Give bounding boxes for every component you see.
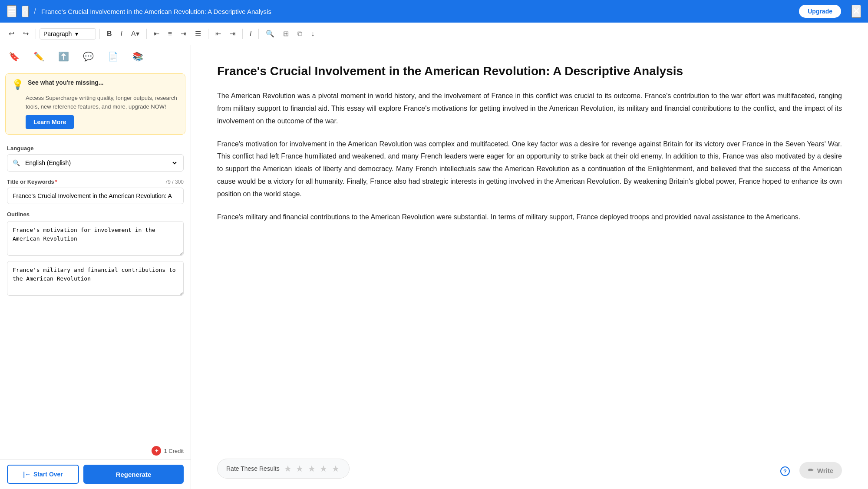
toolbar-separator-2 <box>99 29 100 39</box>
sidebar-bottom-buttons: |← Start Over Regenerate <box>0 459 191 489</box>
title-counter: 79 / 300 <box>165 179 184 185</box>
outlines-label: Outlines <box>7 211 184 218</box>
paragraph-3: France's military and financial contribu… <box>217 211 842 224</box>
help-button[interactable]: ? <box>780 466 790 476</box>
main-layout: 🔖 ✏️ ⬆️ 💬 📄 📚 💡 See what you're missing.… <box>0 45 868 489</box>
paragraph-1: The American Revolution was a pivotal mo… <box>217 90 842 127</box>
credit-icon: ✦ <box>152 446 161 456</box>
language-dropdown[interactable]: English (English) <box>23 159 178 167</box>
indent-increase-icon: ⇥ <box>230 30 235 38</box>
start-over-button[interactable]: |← Start Over <box>7 465 79 484</box>
toolbar-separator-5 <box>242 29 243 39</box>
sidebar-icon-row: 🔖 ✏️ ⬆️ 💬 📄 📚 <box>0 45 191 68</box>
sidebar-book-icon[interactable]: 📚 <box>131 50 145 63</box>
italic-style-button[interactable]: I <box>246 27 255 40</box>
align-center-icon: ≡ <box>168 30 172 38</box>
align-right-icon: ⇥ <box>181 30 186 38</box>
title-input[interactable] <box>7 188 184 204</box>
language-select-container[interactable]: 🔍 English (English) <box>7 154 184 172</box>
search-button[interactable]: 🔍 <box>262 27 278 40</box>
copy-button[interactable]: ⧉ <box>294 27 306 40</box>
rate-results-bar: Rate These Results ★ ★ ★ ★ ★ <box>217 459 350 479</box>
upgrade-button[interactable]: Upgrade <box>799 5 841 18</box>
write-label: Write <box>817 467 833 474</box>
outlines-section: Outlines (function() { var textareas = d… <box>7 211 184 301</box>
write-button[interactable]: ✏ Write <box>799 462 842 479</box>
sidebar-arrow-icon[interactable]: ⬆️ <box>56 50 71 63</box>
copy-icon: ⧉ <box>297 30 302 38</box>
sidebar: 🔖 ✏️ ⬆️ 💬 📄 📚 💡 See what you're missing.… <box>0 45 191 489</box>
close-button[interactable]: ✕ <box>851 5 861 18</box>
italic-icon: I <box>250 30 251 38</box>
align-left-button[interactable]: ⇤ <box>150 27 163 40</box>
text-color-button[interactable]: A▾ <box>128 27 143 40</box>
home-button[interactable]: ⌂ <box>22 6 29 17</box>
credit-count: 1 Credit <box>164 448 184 454</box>
learn-more-button[interactable]: Learn More <box>26 115 74 129</box>
outline-1-textarea[interactable] <box>7 221 184 256</box>
bold-button[interactable]: B <box>103 27 116 40</box>
hamburger-icon: ☰ <box>8 7 16 16</box>
promo-banner: 💡 See what you're missing... Access Supe… <box>5 73 185 135</box>
promo-title: See what you're missing... <box>28 79 104 86</box>
write-icon: ✏ <box>808 466 814 474</box>
toolbar-separator-3 <box>146 29 147 39</box>
chevron-down-icon: ▾ <box>75 30 78 37</box>
regenerate-button[interactable]: Regenerate <box>83 465 184 484</box>
paragraph-label: Paragraph <box>43 30 72 37</box>
indent-decrease-button[interactable]: ⇤ <box>212 27 224 40</box>
align-left-icon: ⇤ <box>154 30 159 38</box>
bulb-icon: 💡 <box>12 79 23 90</box>
search-icon: 🔍 <box>13 159 20 166</box>
align-justify-icon: ☰ <box>195 30 201 38</box>
text-color-icon: A▾ <box>131 30 139 38</box>
star-rating[interactable]: ★ ★ ★ ★ ★ <box>284 463 340 474</box>
promo-description: Access Supercharge writing quality, long… <box>26 94 179 111</box>
breadcrumb-separator: / <box>34 7 36 16</box>
undo-button[interactable]: ↩ <box>5 27 18 40</box>
toolbar-separator-6 <box>258 29 259 39</box>
rate-results-label: Rate These Results <box>226 465 280 472</box>
sidebar-document-icon[interactable]: 📄 <box>106 50 120 63</box>
redo-button[interactable]: ↪ <box>20 27 32 40</box>
align-center-button[interactable]: ≡ <box>165 27 175 40</box>
language-label: Language <box>7 145 184 152</box>
formatting-toolbar: ↩ ↪ Paragraph ▾ B I A▾ ⇤ ≡ ⇥ ☰ ⇤ ⇥ I 🔍 ⊞… <box>0 23 868 45</box>
title-label: Title or Keywords* <box>7 178 57 185</box>
view-toggle-icon: ⊞ <box>283 30 289 38</box>
page-title: France's Crucial Involvement in the Amer… <box>41 8 794 15</box>
sidebar-edit-icon[interactable]: ✏️ <box>32 50 46 63</box>
outline-2-textarea[interactable] <box>7 261 184 296</box>
top-navigation: ☰ ⌂ / France's Crucial Involvement in th… <box>0 0 868 23</box>
paragraph-2: France's motivation for involvement in t… <box>217 138 842 201</box>
sidebar-bookmark-icon[interactable]: 🔖 <box>7 50 21 63</box>
sidebar-chat-icon[interactable]: 💬 <box>81 50 96 63</box>
content-area: France's Crucial Involvement in the Amer… <box>191 45 868 489</box>
start-over-arrow-icon: |← <box>23 471 31 478</box>
paragraph-style-select[interactable]: Paragraph ▾ <box>40 28 96 40</box>
credit-row: ✦ 1 Credit <box>0 443 191 459</box>
align-right-button[interactable]: ⇥ <box>177 27 190 40</box>
close-icon: ✕ <box>852 6 860 17</box>
align-justify-button[interactable]: ☰ <box>191 27 205 40</box>
download-button[interactable]: ↓ <box>307 27 318 40</box>
toolbar-separator-1 <box>36 29 36 39</box>
required-marker: * <box>55 178 57 185</box>
view-toggle-button[interactable]: ⊞ <box>280 27 292 40</box>
indent-decrease-icon: ⇤ <box>215 30 221 38</box>
search-icon: 🔍 <box>266 30 274 38</box>
sidebar-form: Language 🔍 English (English) Title or Ke… <box>0 140 191 443</box>
home-icon: ⌂ <box>23 7 28 16</box>
indent-increase-button[interactable]: ⇥ <box>226 27 239 40</box>
italic-button[interactable]: I <box>117 27 126 40</box>
download-icon: ↓ <box>311 30 314 38</box>
promo-header: 💡 See what you're missing... <box>12 79 179 90</box>
toolbar-separator-4 <box>208 29 208 39</box>
document-title: France's Crucial Involvement in the Amer… <box>217 63 842 79</box>
hamburger-menu-button[interactable]: ☰ <box>7 5 17 17</box>
